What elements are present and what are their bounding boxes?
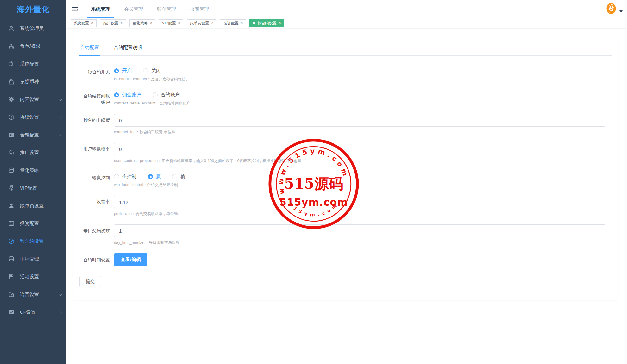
sidebar-item-coin-manage[interactable]: 币种管理 <box>0 250 66 268</box>
sidebar-item-label: 语言设置 <box>20 292 39 298</box>
tag-label: 跟单员设置 <box>190 21 209 26</box>
radio-label: 开启 <box>122 68 132 74</box>
form-row-daily-trade-limit: 每日交易次数 day_limit_number：每日限制交易次数 <box>79 224 612 245</box>
sidebar-item-marketing-config[interactable]: 营销配置 <box>0 126 66 144</box>
radio-lose[interactable]: 输 <box>172 173 185 179</box>
user-avatar-dropdown[interactable]: B <box>605 2 623 16</box>
sidebar-item-label: 角色/权限 <box>20 43 40 49</box>
tab-contract-config[interactable]: 合约配置 <box>79 41 100 55</box>
close-icon[interactable]: × <box>121 21 123 25</box>
radio-no-control[interactable]: 不控制 <box>114 173 136 179</box>
sidebar-item-language-settings[interactable]: 语言设置 <box>0 286 66 303</box>
tag-label: 系统配置 <box>74 21 89 26</box>
radio-icon <box>172 174 177 179</box>
field-label: 秒合约开关 <box>79 66 110 82</box>
sidebar-item-system-config[interactable]: 系统配置 <box>0 55 66 73</box>
sidebar-item-label: CF设置 <box>20 309 36 315</box>
user-solid-icon <box>8 203 15 209</box>
win-probability-input[interactable] <box>114 143 605 155</box>
sidebar-item-protocol-settings[interactable]: 协议设置 <box>0 108 66 126</box>
tag-vip-config[interactable]: VIP配置× <box>159 19 183 27</box>
tab-system-manage[interactable]: 系统管理 <box>84 0 117 18</box>
edit-icon <box>8 291 15 298</box>
app-logo: 海外量化 <box>0 0 66 18</box>
tag-quant-strategy[interactable]: 量化策略× <box>129 19 155 27</box>
sidebar-item-activity-settings[interactable]: 活动设置 <box>0 268 66 286</box>
sidebar-item-follower-settings[interactable]: 跟单员设置 <box>0 197 66 215</box>
coins-icon <box>8 256 15 262</box>
sidebar-item-label: 协议设置 <box>20 114 39 120</box>
sidebar-item-system-admin[interactable]: 系统管理员 <box>0 20 66 37</box>
active-dot <box>253 22 255 24</box>
tab-bill-manage[interactable]: 账单管理 <box>150 0 183 18</box>
tag-promotion-settings[interactable]: 推广设置× <box>100 19 126 27</box>
radio-label: 输 <box>180 173 185 179</box>
close-icon[interactable]: × <box>150 21 152 25</box>
sidebar-item-vip-config[interactable]: VIP配置 <box>0 179 66 197</box>
close-icon[interactable]: × <box>241 21 243 25</box>
sidebar-item-label: 活动设置 <box>20 274 39 280</box>
sidebar-item-label: 投资配置 <box>20 221 39 227</box>
radio-commission-account[interactable]: 佣金账户 <box>114 92 141 98</box>
tab-contract-config-notes[interactable]: 合约配置说明 <box>113 41 143 55</box>
submit-button[interactable]: 提交 <box>79 276 101 287</box>
sidebar-item-cf-settings[interactable]: CF设置 <box>0 303 66 321</box>
sidebar-menu: 系统管理员 角色/权限 系统配置 充提币种 内容设置 协议设置 营销配置 推广设… <box>0 18 66 321</box>
sidebar-item-second-contract[interactable]: 秒合约设置 <box>0 232 66 250</box>
content-wrapper: 合约配置 合约配置说明 秒合约开关 开启 关闭 is_enable_contra… <box>66 28 627 300</box>
tab-member-manage[interactable]: 会员管理 <box>117 0 150 18</box>
field-helper: win_lose_control：合约交易结果控制 <box>114 182 605 188</box>
close-icon[interactable]: × <box>211 21 213 25</box>
chevron-down-icon <box>59 97 62 101</box>
form-submit-row: 提交 <box>79 276 612 287</box>
contract-fee-input[interactable] <box>114 114 605 127</box>
radio-label: 佣金账户 <box>122 92 141 98</box>
close-icon[interactable]: × <box>279 21 281 25</box>
chevron-down-icon <box>59 310 62 313</box>
sidebar-item-content-settings[interactable]: 内容设置 <box>0 91 66 108</box>
field-label: 合约结算到账账户 <box>79 90 110 106</box>
field-helper: contract_fee：秒合约手续费,单位% <box>114 129 605 135</box>
radio-contract-account[interactable]: 合约账户 <box>153 92 180 98</box>
close-icon[interactable]: × <box>91 21 93 25</box>
field-label: 收益率 <box>79 196 110 217</box>
radio-win[interactable]: 赢 <box>148 173 161 179</box>
sidebar-item-label: 营销配置 <box>20 132 39 138</box>
medal-icon <box>8 185 15 191</box>
radio-disable[interactable]: 关闭 <box>143 68 161 74</box>
profit-rate-input[interactable] <box>114 196 605 208</box>
form-row-win-probability: 用户输赢概率 user_contract_proportion：用户初始输赢概率… <box>79 143 612 164</box>
tag-follower-settings[interactable]: 跟单员设置× <box>187 19 216 27</box>
tag-label: 量化策略 <box>133 21 148 26</box>
sidebar-item-roles[interactable]: 角色/权限 <box>0 37 66 55</box>
tag-system-config[interactable]: 系统配置× <box>71 19 97 27</box>
daily-trade-limit-input[interactable] <box>114 224 605 237</box>
tags-view-bar: 系统配置× 推广设置× 量化策略× VIP配置× 跟单员设置× 投资配置× 秒合… <box>66 18 627 28</box>
sidebar-item-coin-deposit[interactable]: 充提币种 <box>0 73 66 91</box>
view-edit-button[interactable]: 查看/编辑 <box>114 253 147 266</box>
form-row-contract-switch: 秒合约开关 开启 关闭 is_enable_contract：是否开启秒合约玩法… <box>79 66 612 82</box>
field-label: 秒合约手续费 <box>79 114 110 135</box>
tab-report-manage[interactable]: 报表管理 <box>183 0 216 18</box>
top-navbar: 系统管理 会员管理 账单管理 报表管理 B <box>66 0 627 18</box>
tag-second-contract-active[interactable]: 秒合约设置× <box>249 19 284 27</box>
chart-icon <box>8 309 15 315</box>
sidebar-item-invest-config[interactable]: 投资配置 <box>0 215 66 232</box>
sidebar-item-quant-strategy[interactable]: 量化策略 <box>0 161 66 179</box>
tag-invest-config[interactable]: 投资配置× <box>220 19 246 27</box>
form-row-settle-account: 合约结算到账账户 佣金账户 合约账户 contract_settle_accou… <box>79 90 612 106</box>
radio-icon <box>143 68 148 73</box>
sidebar-item-label: 币种管理 <box>20 256 39 262</box>
sidebar-item-label: 系统配置 <box>20 61 39 67</box>
marketing-icon <box>8 132 15 138</box>
radio-icon <box>114 68 119 73</box>
menu-fold-icon[interactable] <box>72 5 79 13</box>
close-icon[interactable]: × <box>178 21 180 25</box>
radio-icon <box>114 174 119 179</box>
field-helper: day_limit_number：每日限制交易次数 <box>114 240 605 245</box>
gear-solid-icon <box>8 96 15 103</box>
radio-enable[interactable]: 开启 <box>114 68 132 74</box>
radio-icon <box>153 92 158 97</box>
sidebar-item-promotion-settings[interactable]: 推广设置 <box>0 144 66 161</box>
card-tabs: 合约配置 合约配置说明 <box>79 41 612 56</box>
